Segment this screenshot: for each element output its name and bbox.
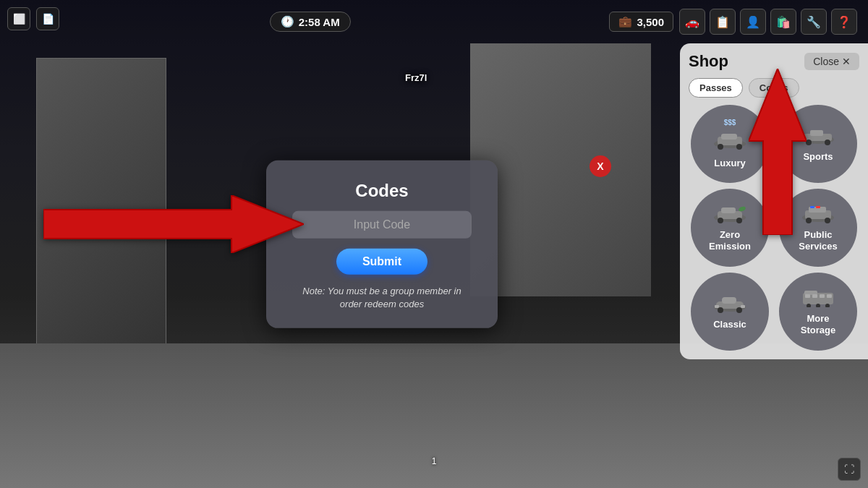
svg-point-24 (806, 218, 812, 223)
wallet-icon: 💼 (618, 15, 632, 28)
clock-time: 2:58 AM (299, 16, 340, 28)
nav-bag-icon[interactable]: 🛍️ (770, 9, 796, 35)
bg-ground (0, 343, 868, 488)
more-storage-label: More Storage (801, 313, 835, 335)
svg-point-25 (825, 218, 830, 223)
svg-rect-41 (827, 294, 832, 298)
sports-label: Sports (803, 151, 833, 163)
zero-emission-label: Zero Emission (709, 229, 751, 252)
fullscreen-icon[interactable]: ⛶ (838, 458, 861, 481)
svg-marker-1 (749, 69, 807, 235)
svg-rect-39 (812, 294, 817, 298)
nav-person-icon[interactable]: 👤 (740, 9, 766, 35)
luxury-car-icon (712, 129, 748, 155)
classic-car-icon (712, 293, 748, 316)
svg-point-16 (718, 218, 723, 223)
corner-bottom-right: ⛶ (838, 458, 861, 481)
currency-value: 3,500 (637, 16, 664, 28)
nav-wrench-icon[interactable]: 🔧 (801, 9, 827, 35)
modal-close-button[interactable]: X (590, 155, 611, 177)
svg-rect-15 (721, 207, 736, 213)
hud-right: 💼 3,500 🚗 📋 👤 🛍️ 🔧 ❓ (609, 9, 857, 35)
hud-center: 🕐 2:58 AM (11, 12, 609, 32)
clock-display: 🕐 2:58 AM (270, 12, 351, 32)
nav-car-icon[interactable]: 🚗 (679, 9, 705, 35)
arrow-right (43, 195, 304, 253)
tab-passes[interactable]: Passes (689, 78, 743, 98)
svg-rect-38 (805, 294, 810, 298)
bottom-indicator: 1 (432, 456, 437, 466)
shop-item-classic[interactable]: Classic (691, 273, 769, 351)
svg-rect-29 (715, 305, 719, 308)
arrow-up (749, 69, 807, 235)
submit-button[interactable]: Submit (336, 248, 427, 274)
svg-rect-9 (810, 130, 823, 136)
svg-point-6 (736, 144, 742, 150)
svg-marker-0 (43, 195, 304, 253)
player-nametag: Frz7l (405, 72, 427, 83)
shop-item-more-storage[interactable]: More Storage (779, 273, 857, 351)
modal-title: Codes (355, 180, 408, 200)
svg-point-31 (718, 307, 723, 313)
shop-close-button[interactable]: Close ✕ (804, 53, 859, 70)
nav-clipboard-icon[interactable]: 📋 (710, 9, 736, 35)
currency-display: 💼 3,500 (609, 12, 673, 32)
svg-point-10 (806, 140, 812, 145)
svg-point-5 (718, 144, 723, 150)
svg-rect-23 (816, 206, 820, 208)
nav-icons-row: 🚗 📋 👤 🛍️ 🔧 ❓ (679, 9, 857, 35)
clock-icon: 🕐 (281, 15, 294, 28)
more-storage-icon (800, 287, 836, 310)
shop-title: Shop (689, 52, 728, 71)
code-input[interactable] (292, 210, 472, 238)
svg-point-17 (736, 218, 742, 223)
shop-close-icon: ✕ (842, 56, 851, 67)
svg-rect-22 (810, 206, 814, 208)
luxury-price-icon: $$$ (724, 119, 736, 127)
zero-emission-car-icon (712, 203, 748, 226)
nav-help-icon[interactable]: ❓ (831, 9, 857, 35)
modal-note: Note: You must be a group member in orde… (292, 284, 472, 310)
hud-top-bar: 🕐 2:58 AM 💼 3,500 🚗 📋 👤 🛍️ 🔧 ❓ (0, 0, 868, 43)
svg-rect-28 (722, 297, 736, 304)
svg-rect-4 (721, 134, 737, 140)
svg-rect-30 (741, 305, 745, 308)
classic-label: Classic (713, 319, 746, 330)
svg-rect-40 (820, 294, 825, 298)
svg-point-11 (825, 140, 830, 145)
svg-point-32 (736, 307, 742, 313)
luxury-label: Luxury (714, 158, 745, 169)
